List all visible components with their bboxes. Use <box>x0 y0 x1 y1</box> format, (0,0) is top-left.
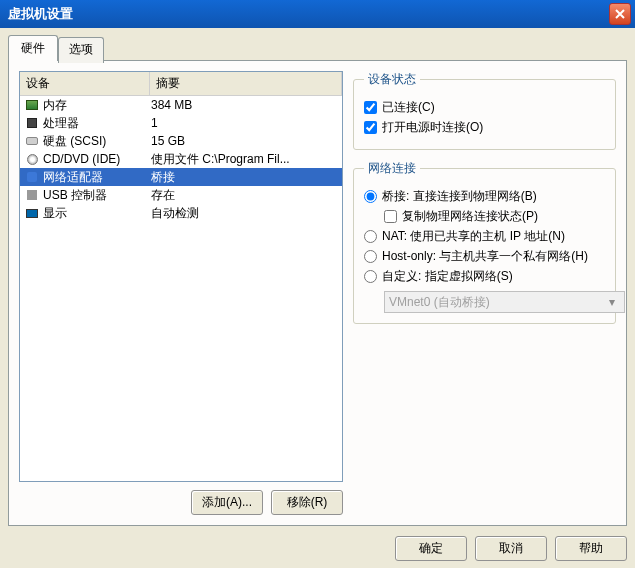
tab-options[interactable]: 选项 <box>58 37 104 63</box>
close-icon <box>615 9 625 19</box>
device-row-cdrom[interactable]: CD/DVD (IDE) 使用文件 C:\Program Fil... <box>20 150 342 168</box>
device-summary: 存在 <box>151 187 338 204</box>
remove-button[interactable]: 移除(R) <box>271 490 343 515</box>
replicate-checkbox[interactable] <box>384 210 397 223</box>
device-summary: 384 MB <box>151 98 338 112</box>
device-name: USB 控制器 <box>43 187 151 204</box>
device-buttons: 添加(A)... 移除(R) <box>19 490 343 515</box>
bridged-label: 桥接: 直接连接到物理网络(B) <box>382 188 537 205</box>
hostonly-label: Host-only: 与主机共享一个私有网络(H) <box>382 248 588 265</box>
network-icon <box>24 170 40 184</box>
help-button[interactable]: 帮助 <box>555 536 627 561</box>
connected-checkbox-row[interactable]: 已连接(C) <box>364 99 605 116</box>
device-summary: 15 GB <box>151 134 338 148</box>
device-summary: 桥接 <box>151 169 338 186</box>
cpu-icon <box>24 116 40 130</box>
hostonly-radio[interactable] <box>364 250 377 263</box>
titlebar: 虚拟机设置 <box>0 0 635 28</box>
nat-radio[interactable] <box>364 230 377 243</box>
col-device[interactable]: 设备 <box>20 72 150 95</box>
device-row-usb[interactable]: USB 控制器 存在 <box>20 186 342 204</box>
custom-radio-row[interactable]: 自定义: 指定虚拟网络(S) <box>364 268 605 285</box>
network-connection-group: 网络连接 桥接: 直接连接到物理网络(B) 复制物理网络连接状态(P) NAT:… <box>353 160 616 324</box>
poweron-label: 打开电源时连接(O) <box>382 119 483 136</box>
display-icon <box>24 206 40 220</box>
device-row-display[interactable]: 显示 自动检测 <box>20 204 342 222</box>
device-name: 处理器 <box>43 115 151 132</box>
bridged-radio-row[interactable]: 桥接: 直接连接到物理网络(B) <box>364 188 605 205</box>
cd-icon <box>24 152 40 166</box>
ok-button[interactable]: 确定 <box>395 536 467 561</box>
device-status-legend: 设备状态 <box>364 71 420 88</box>
network-legend: 网络连接 <box>364 160 420 177</box>
device-row-cpu[interactable]: 处理器 1 <box>20 114 342 132</box>
dialog-body: 硬件 选项 设备 摘要 内存 384 MB 处理器 1 <box>0 28 635 568</box>
device-name: CD/DVD (IDE) <box>43 152 151 166</box>
device-name: 网络适配器 <box>43 169 151 186</box>
custom-radio[interactable] <box>364 270 377 283</box>
right-column: 设备状态 已连接(C) 打开电源时连接(O) 网络连接 桥接: 直接连接到物理网… <box>353 71 616 515</box>
vmnet-value: VMnet0 (自动桥接) <box>389 294 490 311</box>
tab-hardware[interactable]: 硬件 <box>8 35 58 61</box>
device-status-group: 设备状态 已连接(C) 打开电源时连接(O) <box>353 71 616 150</box>
tab-panel: 设备 摘要 内存 384 MB 处理器 1 硬盘 (SCSI) 15 GB <box>8 60 627 526</box>
replicate-label: 复制物理网络连接状态(P) <box>402 208 538 225</box>
device-list[interactable]: 设备 摘要 内存 384 MB 处理器 1 硬盘 (SCSI) 15 GB <box>19 71 343 482</box>
hdd-icon <box>24 134 40 148</box>
device-row-memory[interactable]: 内存 384 MB <box>20 96 342 114</box>
chevron-down-icon: ▾ <box>604 295 620 309</box>
window-title: 虚拟机设置 <box>8 5 609 23</box>
connected-label: 已连接(C) <box>382 99 435 116</box>
nat-radio-row[interactable]: NAT: 使用已共享的主机 IP 地址(N) <box>364 228 605 245</box>
connected-checkbox[interactable] <box>364 101 377 114</box>
device-summary: 使用文件 C:\Program Fil... <box>151 151 338 168</box>
memory-icon <box>24 98 40 112</box>
tabstrip: 硬件 选项 <box>8 35 627 61</box>
device-row-hdd[interactable]: 硬盘 (SCSI) 15 GB <box>20 132 342 150</box>
cancel-button[interactable]: 取消 <box>475 536 547 561</box>
replicate-checkbox-row[interactable]: 复制物理网络连接状态(P) <box>384 208 605 225</box>
device-summary: 1 <box>151 116 338 130</box>
device-row-network[interactable]: 网络适配器 桥接 <box>20 168 342 186</box>
device-name: 显示 <box>43 205 151 222</box>
custom-label: 自定义: 指定虚拟网络(S) <box>382 268 513 285</box>
hostonly-radio-row[interactable]: Host-only: 与主机共享一个私有网络(H) <box>364 248 605 265</box>
bridged-radio[interactable] <box>364 190 377 203</box>
left-column: 设备 摘要 内存 384 MB 处理器 1 硬盘 (SCSI) 15 GB <box>19 71 343 515</box>
device-summary: 自动检测 <box>151 205 338 222</box>
col-summary[interactable]: 摘要 <box>150 72 342 95</box>
add-button[interactable]: 添加(A)... <box>191 490 263 515</box>
device-name: 内存 <box>43 97 151 114</box>
device-name: 硬盘 (SCSI) <box>43 133 151 150</box>
dialog-footer: 确定 取消 帮助 <box>8 526 627 561</box>
nat-label: NAT: 使用已共享的主机 IP 地址(N) <box>382 228 565 245</box>
poweron-checkbox[interactable] <box>364 121 377 134</box>
usb-icon <box>24 188 40 202</box>
close-button[interactable] <box>609 3 631 25</box>
device-list-header: 设备 摘要 <box>20 72 342 96</box>
poweron-checkbox-row[interactable]: 打开电源时连接(O) <box>364 119 605 136</box>
vmnet-combobox: VMnet0 (自动桥接) ▾ <box>384 291 625 313</box>
